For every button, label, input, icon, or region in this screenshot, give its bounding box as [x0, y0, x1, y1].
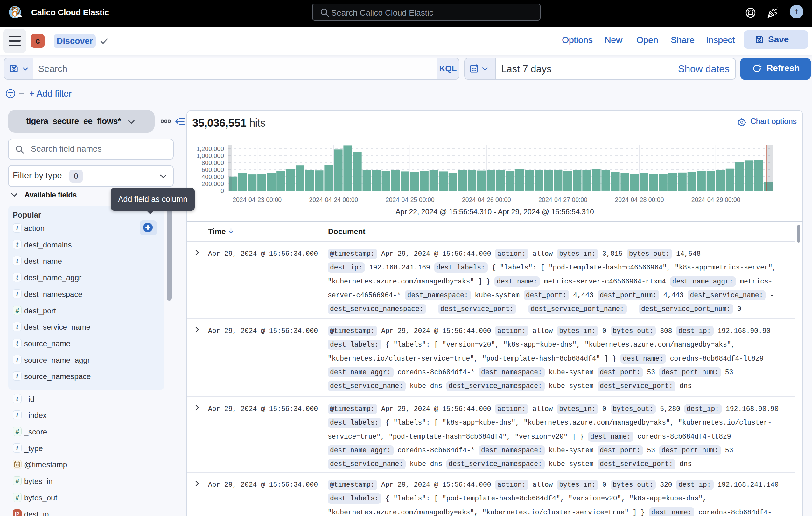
svg-text:2024-04-26 00:00: 2024-04-26 00:00 — [462, 196, 511, 203]
svg-text:2024-04-25 00:00: 2024-04-25 00:00 — [386, 196, 435, 203]
svg-text:2024-04-23 00:00: 2024-04-23 00:00 — [233, 196, 282, 203]
svg-text:2024-04-29 00:00: 2024-04-29 00:00 — [691, 196, 741, 203]
svg-text:800,000: 800,000 — [202, 159, 224, 166]
svg-text:200,000: 200,000 — [202, 180, 224, 187]
svg-text:0: 0 — [221, 187, 224, 194]
svg-text:2024-04-28 00:00: 2024-04-28 00:00 — [615, 196, 664, 203]
svg-text:400,000: 400,000 — [202, 173, 224, 180]
svg-text:1,200,000: 1,200,000 — [196, 145, 224, 152]
svg-text:2024-04-27 00:00: 2024-04-27 00:00 — [539, 196, 587, 203]
svg-text:600,000: 600,000 — [202, 166, 224, 173]
svg-text:2024-04-24 00:00: 2024-04-24 00:00 — [309, 196, 358, 203]
svg-text:1,000,000: 1,000,000 — [196, 152, 224, 159]
